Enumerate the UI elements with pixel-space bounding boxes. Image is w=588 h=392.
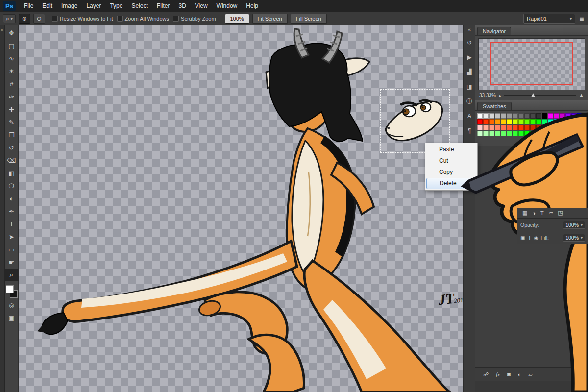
color-swatch[interactable] bbox=[501, 125, 506, 130]
navigator-zoom-slider[interactable] bbox=[504, 92, 576, 98]
color-swatch[interactable] bbox=[548, 131, 553, 136]
color-swatch[interactable] bbox=[507, 119, 512, 124]
color-swatch[interactable] bbox=[536, 113, 541, 119]
color-swatch[interactable] bbox=[483, 131, 489, 136]
context-menu-item-paste[interactable]: Paste bbox=[426, 144, 476, 155]
layer-group-icon[interactable]: ▱ bbox=[528, 371, 532, 378]
color-swatch[interactable] bbox=[577, 131, 583, 136]
color-swatch[interactable] bbox=[507, 131, 512, 136]
zoom-in-button[interactable]: ⊕ bbox=[19, 14, 30, 24]
color-swatch[interactable] bbox=[501, 113, 506, 119]
color-swatch[interactable] bbox=[565, 125, 571, 130]
color-swatch[interactable] bbox=[560, 125, 565, 130]
eyedropper-tool[interactable]: ✑ bbox=[5, 90, 19, 103]
opacity-value-dropdown[interactable]: 100% ▾ bbox=[563, 221, 585, 229]
color-swatch[interactable] bbox=[489, 113, 494, 119]
color-swatch[interactable] bbox=[489, 119, 494, 124]
lasso-tool[interactable]: ∿ bbox=[5, 52, 19, 65]
history-panel-icon[interactable]: ↺ bbox=[464, 35, 476, 50]
history-brush-tool[interactable]: ↺ bbox=[5, 141, 19, 154]
color-swatch[interactable] bbox=[565, 113, 571, 119]
color-swatch[interactable] bbox=[560, 113, 565, 119]
color-swatch[interactable] bbox=[518, 119, 524, 124]
color-swatch[interactable] bbox=[483, 125, 489, 130]
fit-screen-button[interactable]: Fit Screen bbox=[252, 14, 288, 24]
color-swatch[interactable] bbox=[495, 119, 500, 124]
eraser-tool[interactable]: ⌫ bbox=[5, 154, 19, 167]
navigator-thumbnail[interactable] bbox=[478, 38, 585, 90]
color-swatch[interactable] bbox=[477, 125, 483, 130]
navigator-zoom-field[interactable]: 33.33% bbox=[479, 93, 496, 98]
move-tool[interactable]: ✥ bbox=[5, 26, 19, 39]
color-swatch[interactable] bbox=[524, 113, 530, 119]
context-menu-item-copy[interactable]: Copy bbox=[426, 167, 476, 178]
photoshop-logo[interactable]: Ps bbox=[3, 1, 16, 11]
color-swatch[interactable] bbox=[507, 125, 512, 130]
color-swatch[interactable] bbox=[548, 113, 553, 119]
color-swatch[interactable] bbox=[571, 119, 577, 124]
marquee-tool[interactable]: ▢ bbox=[5, 39, 19, 52]
color-swatch[interactable] bbox=[524, 131, 530, 136]
color-swatch[interactable] bbox=[554, 125, 559, 130]
color-swatch[interactable] bbox=[477, 113, 483, 119]
color-swatch[interactable] bbox=[495, 125, 500, 130]
zoom-tool[interactable]: ⌕ bbox=[5, 269, 19, 281]
tab-swatches[interactable]: Swatches bbox=[477, 102, 512, 110]
panel-menu-icon[interactable]: ≣ bbox=[581, 102, 586, 110]
color-swatch[interactable] bbox=[477, 119, 483, 124]
color-swatch[interactable] bbox=[507, 113, 512, 119]
path-selection-tool[interactable]: ➤ bbox=[5, 230, 19, 243]
panel-menu-icon[interactable]: ≣ bbox=[581, 27, 586, 35]
tool-preset-picker[interactable]: ⌕ ▾ bbox=[3, 14, 16, 23]
color-swatch[interactable] bbox=[554, 119, 559, 124]
checkbox-zoom-all-windows[interactable]: Zoom All Windows bbox=[117, 16, 169, 22]
color-swatch[interactable] bbox=[495, 131, 500, 136]
brush-tool[interactable]: ✎ bbox=[5, 116, 19, 128]
layer-filter-smart-icon[interactable]: ◳ bbox=[558, 210, 563, 216]
color-swatch[interactable] bbox=[536, 131, 541, 136]
color-swatch[interactable] bbox=[513, 113, 518, 119]
blur-tool[interactable]: ❍ bbox=[5, 179, 19, 192]
color-swatch[interactable] bbox=[524, 125, 530, 130]
adjustment-layer-icon[interactable]: ◐ bbox=[518, 371, 521, 377]
gradient-tool[interactable]: ◧ bbox=[5, 167, 19, 179]
tools-collapse-strip[interactable]: » bbox=[0, 25, 5, 392]
zoom-in-mountain-icon[interactable]: ▲ bbox=[579, 92, 584, 98]
slider-thumb[interactable] bbox=[531, 93, 535, 97]
pen-tool[interactable]: ✒ bbox=[5, 205, 19, 218]
menu-window[interactable]: Window bbox=[212, 0, 242, 12]
color-swatch[interactable] bbox=[548, 119, 553, 124]
hand-tool[interactable]: ☛ bbox=[5, 256, 19, 269]
color-swatch[interactable] bbox=[495, 113, 500, 119]
color-swatch[interactable] bbox=[536, 125, 541, 130]
shape-tool[interactable]: ▭ bbox=[5, 243, 19, 256]
color-swatch[interactable] bbox=[560, 119, 565, 124]
canvas[interactable]: JT2014 bbox=[19, 25, 463, 392]
color-swatch[interactable] bbox=[513, 125, 518, 130]
color-swatch[interactable] bbox=[554, 131, 559, 136]
fill-value-dropdown[interactable]: 100% ▾ bbox=[563, 234, 585, 242]
color-swatch[interactable] bbox=[501, 131, 506, 136]
menu-help[interactable]: Help bbox=[242, 0, 263, 12]
color-swatch[interactable] bbox=[548, 125, 553, 130]
histogram-panel-icon[interactable]: ▟ bbox=[464, 65, 476, 79]
type-tool[interactable]: T bbox=[5, 218, 19, 230]
lock-transparency-icon[interactable]: ▣ bbox=[520, 235, 525, 241]
menu-layer[interactable]: Layer bbox=[82, 0, 105, 12]
color-swatch[interactable] bbox=[554, 113, 559, 119]
fill-screen-button[interactable]: Fill Screen bbox=[291, 14, 327, 24]
menu-3d[interactable]: 3D bbox=[174, 0, 190, 12]
workspace-switcher-icon[interactable]: ≣ bbox=[579, 15, 584, 22]
color-swatch[interactable] bbox=[524, 119, 530, 124]
color-swatch[interactable] bbox=[571, 131, 577, 136]
color-swatch[interactable] bbox=[560, 131, 565, 136]
menu-file[interactable]: File bbox=[20, 0, 38, 12]
context-menu-item-cut[interactable]: Cut bbox=[426, 155, 476, 167]
color-swatch[interactable] bbox=[518, 125, 524, 130]
color-swatch[interactable] bbox=[513, 119, 518, 124]
color-swatch[interactable] bbox=[571, 113, 577, 119]
screen-mode-button[interactable]: ▣ bbox=[5, 313, 19, 323]
healing-brush-tool[interactable]: ✚ bbox=[5, 103, 19, 116]
menu-view[interactable]: View bbox=[191, 0, 212, 12]
layer-mask-icon[interactable]: ◙ bbox=[507, 371, 511, 377]
